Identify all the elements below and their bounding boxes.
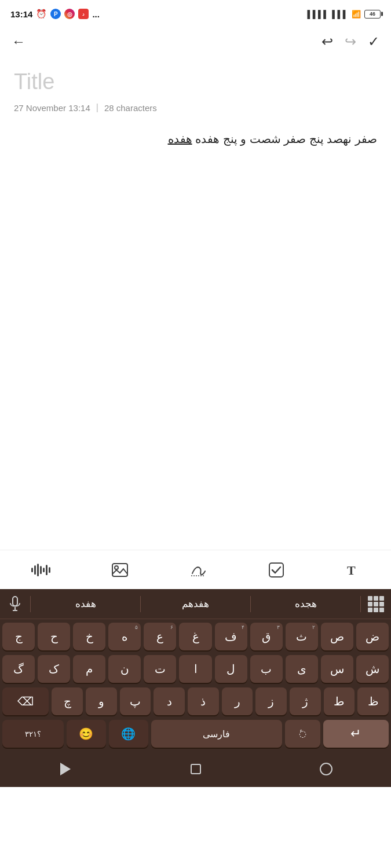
globe-key[interactable]: 🌐 — [109, 720, 148, 748]
key-rows: ج ح خ ۵ه ۶ع غ ۴ف ۳ق ۲ث ص ض گ ک م ن ت ا ل… — [0, 619, 391, 755]
key-h[interactable]: ح — [38, 623, 70, 650]
key-za[interactable]: ظ — [357, 687, 389, 715]
key-num-4: ۴ — [242, 624, 244, 630]
svg-rect-0 — [31, 568, 33, 572]
note-text-underline: هفده — [168, 133, 192, 145]
suggestion-item-2[interactable]: هفدهم — [141, 593, 250, 615]
emoji-key[interactable]: 😊 — [67, 720, 106, 748]
key-ch[interactable]: چ — [52, 687, 83, 715]
key-p[interactable]: پ — [120, 687, 151, 715]
key-ghain[interactable]: غ — [179, 623, 211, 650]
instagram-icon: ◎ — [64, 9, 75, 19]
divar-icon: د — [78, 9, 89, 19]
waveform-button[interactable] — [30, 562, 51, 578]
home-square-icon — [191, 764, 201, 774]
key-s2[interactable]: ۲ث — [286, 623, 318, 650]
key-m[interactable]: م — [73, 655, 105, 683]
nav-back-button[interactable] — [48, 757, 83, 781]
svg-rect-1 — [34, 565, 36, 575]
suggestions-row: هفده هفدهم هجده — [0, 589, 391, 619]
suggestion-item-1[interactable]: هفده — [31, 593, 140, 615]
key-he[interactable]: ۵ه — [108, 623, 141, 650]
grid-icon — [368, 596, 384, 612]
key-sh[interactable]: ش — [356, 655, 389, 683]
check-button[interactable]: ✓ — [368, 34, 379, 50]
signature-button[interactable] — [189, 561, 207, 579]
toolbar: ← ↩ ↪ ✓ — [0, 25, 391, 58]
svg-rect-6 — [49, 567, 50, 573]
nav-home-button[interactable] — [178, 757, 213, 781]
note-text: صفر نهصد پنج صفر شصت و پنج هفده — [192, 133, 377, 145]
toolbar-right: ↩ ↪ ✓ — [321, 34, 379, 50]
back-triangle-icon — [60, 763, 71, 775]
key-j[interactable]: ج — [2, 623, 35, 650]
key-row-2: گ ک م ن ت ا ل ب ی س ش — [2, 655, 389, 683]
space-key[interactable]: فارسی — [151, 720, 283, 748]
wifi-icon: 📶 — [352, 10, 361, 19]
diacritic-key[interactable]: ◌ٔ — [285, 720, 320, 748]
nav-recents-button[interactable] — [309, 757, 344, 781]
svg-rect-7 — [112, 564, 127, 576]
mic-button[interactable] — [0, 596, 30, 612]
note-date: 27 November 13:14 — [14, 103, 90, 113]
key-r[interactable]: ر — [222, 687, 253, 715]
key-dad[interactable]: ض — [356, 623, 389, 650]
key-alef[interactable]: ا — [179, 655, 211, 683]
undo-button[interactable]: ↩ — [321, 34, 333, 50]
keyboard-area: هفده هفدهم هجده ج ح خ ۵ه ۶ع غ ۴ف ۳ق ۲ث ص — [0, 589, 391, 787]
image-button[interactable] — [111, 561, 129, 579]
meta-divider: | — [96, 102, 98, 113]
text-format-button[interactable]: T — [345, 562, 361, 578]
grid-button[interactable] — [361, 596, 391, 612]
key-zal[interactable]: ذ — [188, 687, 219, 715]
status-left: 13:14 ⏰ P ◎ د ... — [10, 9, 100, 19]
key-row-4: ؟۳۲۱ 😊 🌐 فارسی ◌ٔ ↵ — [2, 720, 389, 748]
svg-rect-3 — [40, 566, 42, 574]
key-num-3: ۳ — [277, 624, 280, 630]
svg-rect-11 — [13, 597, 17, 606]
key-sad[interactable]: ص — [321, 623, 353, 650]
key-g[interactable]: گ — [2, 655, 35, 683]
status-right: ▌▌▌▌ ▌▌▌ 📶 46 — [308, 10, 381, 19]
key-ta[interactable]: ط — [324, 687, 355, 715]
key-f[interactable]: ۴ف — [215, 623, 247, 650]
key-n[interactable]: ن — [108, 655, 141, 683]
key-num-6: ۶ — [170, 624, 173, 630]
key-t[interactable]: ت — [144, 655, 176, 683]
note-title-placeholder[interactable]: Title — [14, 69, 377, 94]
note-meta: 27 November 13:14 | 28 characters — [14, 102, 377, 113]
enter-key[interactable]: ↵ — [323, 720, 389, 748]
battery-icon: 46 — [364, 10, 381, 19]
suggestion-item-3[interactable]: هجده — [251, 593, 360, 615]
status-bar: 13:14 ⏰ P ◎ د ... ▌▌▌▌ ▌▌▌ 📶 46 — [0, 0, 391, 25]
more-dots: ... — [92, 9, 100, 19]
editor-area[interactable]: Title 27 November 13:14 | 28 characters … — [0, 58, 391, 550]
svg-rect-9 — [269, 563, 283, 577]
key-b[interactable]: ب — [250, 655, 283, 683]
key-q[interactable]: ۳ق — [250, 623, 283, 650]
key-z[interactable]: ز — [255, 687, 287, 715]
key-num-2: ۲ — [312, 624, 315, 630]
key-s[interactable]: س — [321, 655, 353, 683]
key-v[interactable]: و — [86, 687, 117, 715]
redo-button[interactable]: ↪ — [345, 34, 356, 50]
key-l[interactable]: ل — [215, 655, 247, 683]
key-y[interactable]: ی — [286, 655, 318, 683]
key-zhe[interactable]: ژ — [290, 687, 321, 715]
numbers-key[interactable]: ؟۳۲۱ — [2, 720, 64, 748]
signal-icon-1: ▌▌▌▌ — [308, 10, 329, 19]
key-d[interactable]: د — [154, 687, 185, 715]
svg-rect-2 — [37, 564, 39, 576]
key-num-5: ۵ — [135, 624, 138, 630]
key-ain[interactable]: ۶ع — [144, 623, 176, 650]
recents-circle-icon — [320, 763, 332, 775]
nav-bar — [0, 755, 391, 787]
back-button[interactable]: ← — [12, 34, 25, 50]
key-k[interactable]: ک — [38, 655, 70, 683]
char-count: 28 characters — [104, 103, 157, 113]
key-kh[interactable]: خ — [73, 623, 105, 650]
backspace-key[interactable]: ⌫ — [2, 687, 49, 715]
note-content[interactable]: صفر نهصد پنج صفر شصت و پنج هفده هفده — [14, 129, 377, 149]
signal-icon-2: ▌▌▌ — [332, 10, 348, 19]
checkbox-button[interactable] — [268, 562, 284, 578]
